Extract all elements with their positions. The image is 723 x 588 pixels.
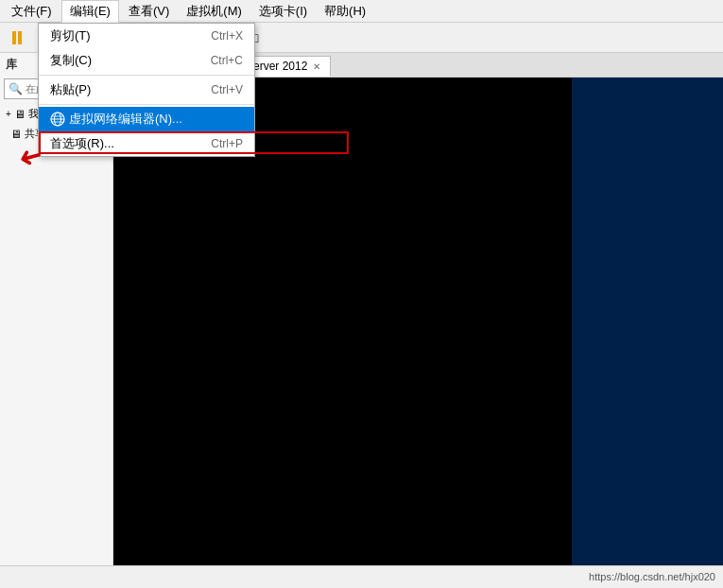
menu-preferences-label: 首选项(R)... <box>50 135 192 152</box>
status-bar: https://blog.csdn.net/hjx020 <box>0 565 723 586</box>
menu-copy[interactable]: 复制(C) Ctrl+C <box>39 48 254 73</box>
menu-paste-shortcut: Ctrl+V <box>211 83 243 96</box>
status-url: https://blog.csdn.net/hjx020 <box>589 571 715 582</box>
menu-cut[interactable]: 剪切(T) Ctrl+X <box>39 24 254 48</box>
edit-dropdown-panel: 剪切(T) Ctrl+X 复制(C) Ctrl+C 粘贴(P) Ctrl+V <box>38 23 255 157</box>
pause-icon <box>12 31 22 44</box>
pause-button[interactable] <box>4 26 30 50</box>
vm-screen-dark-right <box>572 78 723 565</box>
menu-vne-label: 虚拟网络编辑器(N)... <box>69 111 224 128</box>
menu-paste[interactable]: 粘贴(P) Ctrl+V <box>39 78 254 102</box>
monitor-icon: 🖥 <box>14 108 26 121</box>
sidebar-tree: + 🖥 我的计算机 🖥 共享的虚拟机 <box>0 101 112 565</box>
monitor-icon2: 🖥 <box>10 128 22 141</box>
search-icon: 🔍 <box>9 82 23 95</box>
tab-winserver-close[interactable]: ✕ <box>311 61 322 72</box>
menu-cut-label: 剪切(T) <box>50 27 192 44</box>
menu-edit[interactable]: 编辑(E) <box>61 0 119 23</box>
menu-virtual-network-editor[interactable]: 虚拟网络编辑器(N)... <box>39 107 254 131</box>
menu-cut-shortcut: Ctrl+X <box>211 29 243 43</box>
menu-preferences-shortcut: Ctrl+P <box>211 137 243 150</box>
menu-view[interactable]: 查看(V) <box>121 1 177 22</box>
menu-copy-shortcut: Ctrl+C <box>211 54 243 67</box>
menu-tabs[interactable]: 选项卡(I) <box>251 1 315 22</box>
menu-copy-label: 复制(C) <box>50 52 192 69</box>
menu-file[interactable]: 文件(F) <box>4 1 60 22</box>
menu-help[interactable]: 帮助(H) <box>317 1 373 22</box>
dropdown-separator-1 <box>39 75 254 76</box>
menu-vm[interactable]: 虚拟机(M) <box>179 1 250 22</box>
menu-preferences[interactable]: 首选项(R)... Ctrl+P <box>39 131 254 156</box>
menu-bar: 文件(F) 编辑(E) 查看(V) 虚拟机(M) 选项卡(I) 帮助(H) <box>0 0 723 23</box>
dropdown-separator-2 <box>39 104 254 105</box>
menu-paste-label: 粘贴(P) <box>50 81 192 98</box>
expand-icon: + <box>6 109 11 119</box>
globe-icon <box>50 112 65 127</box>
